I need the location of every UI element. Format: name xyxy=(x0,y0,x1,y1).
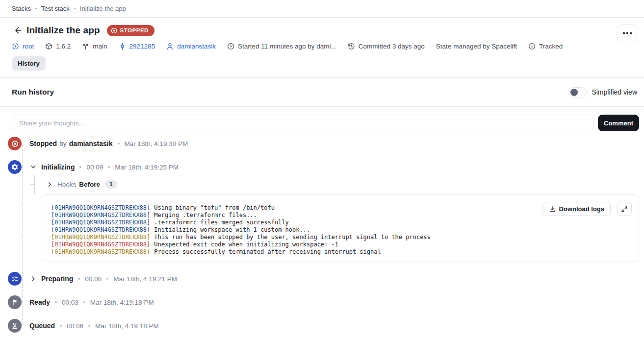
entry-timestamp: Mar 18th, 4:19:21 PM xyxy=(113,275,177,283)
entry-author: damianstasik xyxy=(69,140,113,147)
log-panel: [01HRW9QQ1QK9RN4GSZTDREKX88]Using binary… xyxy=(42,194,639,262)
hourglass-icon xyxy=(8,319,22,333)
stop-circle-icon xyxy=(111,27,117,34)
entry-duration: 00:08 xyxy=(85,275,102,283)
commit-icon xyxy=(119,43,126,50)
hook-connector-line xyxy=(34,175,35,194)
flag-icon xyxy=(8,295,22,309)
entry-duration: 00:09 xyxy=(86,164,103,171)
meta-version: 1.6.2 xyxy=(45,43,71,50)
meta-tracked: Tracked xyxy=(528,43,563,50)
page-title: Initialize the app xyxy=(26,25,100,36)
entry-timestamp: Mar 18th, 4:19:25 PM xyxy=(115,164,179,171)
history-clock-icon xyxy=(348,43,355,50)
log-line: [01HRW9QQ1QK9RN4GSZTDREKX88]This run has… xyxy=(51,234,630,241)
breadcrumb-separator xyxy=(74,8,76,9)
breadcrumb-current: Initialize the app xyxy=(80,5,126,12)
target-icon xyxy=(12,43,19,50)
hooks-label: Hooks xyxy=(57,181,76,188)
cube-icon xyxy=(45,43,52,50)
entry-state: Stopped xyxy=(29,140,57,147)
timeline-entry-ready: Ready 00:03 Mar 18th, 4:19:18 PM xyxy=(8,295,639,309)
chevron-right-icon xyxy=(30,275,37,282)
entry-duration: 00:03 xyxy=(62,299,78,306)
entry-timestamp: Mar 18th, 4:19:18 PM xyxy=(90,299,154,306)
run-meta-row: root 1.6.2 main 2921285 xyxy=(12,43,637,50)
ellipsis-icon xyxy=(623,32,625,34)
log-line: [01HRW9QQ1QK9RN4GSZTDREKX88]Unexpected e… xyxy=(51,241,630,248)
meta-state-managed: State managed by Spacelift xyxy=(436,43,517,50)
entry-state: Queued xyxy=(29,322,55,330)
toggle-knob xyxy=(570,89,578,96)
entry-state: Initializing xyxy=(41,163,75,171)
comment-input[interactable] xyxy=(12,115,593,131)
info-icon xyxy=(528,43,536,50)
run-timeline: Stopped by damianstasik Mar 18th, 4:19:3… xyxy=(8,137,639,333)
gear-icon xyxy=(8,160,22,174)
run-history-bar: Run history Simplified view xyxy=(0,78,644,107)
simplified-view-label: Simplified view xyxy=(592,88,637,96)
timeline-entry-preparing: Preparing 00:08 Mar 18th, 4:19:21 PM xyxy=(8,272,639,286)
arrow-left-icon xyxy=(13,25,23,35)
expand-icon xyxy=(621,206,628,213)
breadcrumb-stacks[interactable]: Stacks xyxy=(12,5,31,12)
back-button[interactable] xyxy=(12,24,24,36)
hooks-count-badge: 1 xyxy=(105,180,117,189)
collapse-entry-button[interactable] xyxy=(29,163,37,171)
log-line: [01HRW9QQ1QK9RN4GSZTDREKX88]Initializing… xyxy=(51,226,630,234)
download-icon xyxy=(549,206,556,213)
chevron-down-icon xyxy=(30,164,37,170)
meta-started: Started 11 minutes ago by dami... xyxy=(227,43,336,50)
expand-entry-button[interactable] xyxy=(29,275,37,283)
fullscreen-logs-button[interactable] xyxy=(617,202,632,216)
log-line: [01HRW9QQ1QK9RN4GSZTDREKX88].terraformrc… xyxy=(51,219,630,226)
breadcrumb: Stacks Test stack Initialize the app xyxy=(0,0,644,18)
meta-root-link[interactable]: root xyxy=(12,43,34,50)
hook-connector-tick xyxy=(30,184,35,185)
run-header: Initialize the app STOPPED root 1.6.2 xyxy=(0,18,644,78)
stop-icon xyxy=(8,137,22,150)
hooks-before-row: Hooks Before 1 xyxy=(46,178,639,191)
checklist-icon xyxy=(8,272,22,286)
breadcrumb-separator xyxy=(35,8,37,9)
entry-duration: 00:06 xyxy=(67,322,83,330)
tab-history[interactable]: History xyxy=(12,56,46,71)
meta-branch: main xyxy=(82,43,107,50)
status-badge: STOPPED xyxy=(107,25,155,36)
entry-timestamp: Mar 18th, 4:19:30 PM xyxy=(125,140,188,147)
meta-commit-link[interactable]: 2921285 xyxy=(119,43,155,50)
more-actions-button[interactable] xyxy=(618,24,637,42)
chevron-right-icon xyxy=(47,181,53,188)
clock-icon xyxy=(227,43,234,50)
entry-timestamp: Mar 18th, 4:19:18 PM xyxy=(95,322,159,330)
section-title: Run history xyxy=(12,88,54,97)
meta-committed: Committed 3 days ago xyxy=(348,43,425,50)
entry-state: Preparing xyxy=(41,275,73,283)
comment-submit-button[interactable]: Comment xyxy=(598,115,639,131)
expand-hooks-button[interactable] xyxy=(46,180,53,188)
simplified-view-toggle[interactable] xyxy=(569,87,587,97)
user-icon xyxy=(166,43,174,50)
breadcrumb-test-stack[interactable]: Test stack xyxy=(41,5,70,12)
timeline-entry-stopped: Stopped by damianstasik Mar 18th, 4:19:3… xyxy=(8,137,639,150)
entry-state: Ready xyxy=(29,298,50,306)
timeline-entry-initializing: Initializing 00:09 Mar 18th, 4:19:25 PM … xyxy=(8,160,639,262)
log-line: [01HRW9QQ1QK9RN4GSZTDREKX88]Process succ… xyxy=(51,248,630,256)
hooks-phase: Before xyxy=(79,181,100,188)
timeline-entry-queued: Queued 00:06 Mar 18th, 4:19:18 PM xyxy=(8,319,639,333)
branch-icon xyxy=(82,43,89,50)
download-logs-button[interactable]: Download logs xyxy=(542,202,611,216)
meta-author-link[interactable]: damianstasik xyxy=(166,43,216,50)
